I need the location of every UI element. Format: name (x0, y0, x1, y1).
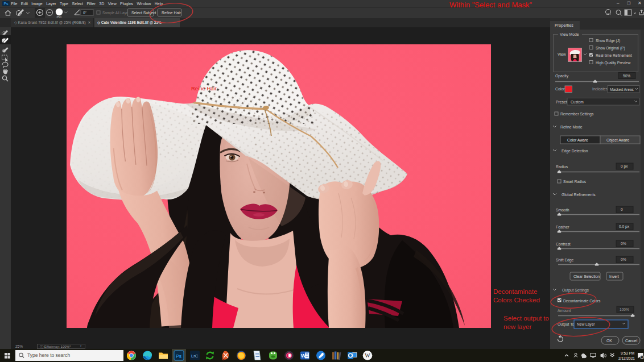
svg-text:Type here to search: Type here to search (27, 352, 70, 358)
svg-text:0 px: 0 px (621, 164, 628, 169)
svg-text:50%: 50% (623, 74, 630, 78)
svg-text:100%: 100% (620, 307, 629, 311)
svg-text:Feather: Feather (556, 225, 569, 229)
svg-text:Select Subject: Select Subject (131, 11, 156, 15)
svg-text:View: View (558, 52, 566, 56)
svg-text:Opacity: Opacity (555, 74, 569, 78)
svg-text:Contrast: Contrast (556, 242, 571, 246)
svg-text:Clear Selection: Clear Selection (573, 274, 600, 278)
svg-text:High Quality Preview: High Quality Preview (596, 61, 630, 65)
svg-text:Smooth: Smooth (556, 208, 569, 212)
svg-text:Refine Hair: Refine Hair (162, 11, 181, 15)
svg-text:LrC: LrC (191, 353, 199, 359)
svg-text:Real-time Refinement: Real-time Refinement (596, 53, 632, 57)
svg-text:Shift Edge: Shift Edge (556, 258, 574, 263)
svg-text:W: W (301, 353, 306, 359)
svg-text:Indicates:: Indicates: (592, 87, 609, 91)
svg-text:Object Aware: Object Aware (606, 138, 630, 143)
svg-text:Color Aware: Color Aware (567, 138, 588, 142)
svg-text:Invert: Invert (609, 274, 619, 278)
svg-text:Output Settings: Output Settings (562, 288, 589, 293)
svg-text:Decontaminate Colors: Decontaminate Colors (563, 299, 601, 303)
svg-text:Preset:: Preset: (556, 100, 568, 104)
svg-text:Sample All Layers: Sample All Layers (102, 11, 131, 15)
svg-text:Refine Mode: Refine Mode (560, 125, 583, 129)
svg-text:2/12/2021: 2/12/2021 (618, 356, 635, 360)
svg-text:Custom: Custom (571, 100, 584, 104)
svg-text:0%: 0% (621, 257, 626, 261)
svg-text:Properties: Properties (555, 23, 573, 28)
svg-text:0: 0 (621, 207, 623, 211)
svg-text:Show Edge (J): Show Edge (J) (596, 39, 620, 43)
svg-text:Remember Settings: Remember Settings (560, 112, 594, 116)
svg-text:Amount: Amount (558, 309, 571, 313)
svg-text:Color:: Color: (555, 87, 565, 91)
svg-text:Global Refinements: Global Refinements (562, 193, 596, 197)
svg-text:Masked Areas: Masked Areas (610, 88, 634, 91)
svg-text:Output To: Output To (558, 322, 575, 327)
svg-text:OK: OK (606, 339, 612, 343)
svg-text:View Mode: View Mode (560, 32, 579, 36)
svg-text:Cancel: Cancel (625, 339, 638, 343)
svg-text:Edge Detection: Edge Detection (562, 149, 588, 153)
svg-text:Ps: Ps (176, 353, 181, 359)
svg-text:9:53 PM: 9:53 PM (621, 351, 634, 355)
svg-text:W: W (365, 352, 370, 359)
svg-text:Show Original (P): Show Original (P) (596, 46, 625, 51)
svg-text:Radius: Radius (556, 165, 568, 169)
svg-text:0.0 px: 0.0 px (619, 224, 630, 229)
svg-text:New Layer: New Layer (577, 322, 595, 327)
svg-text:Smart Radius: Smart Radius (563, 180, 587, 184)
svg-text:0°: 0° (83, 11, 87, 15)
svg-text:0%: 0% (621, 242, 626, 246)
